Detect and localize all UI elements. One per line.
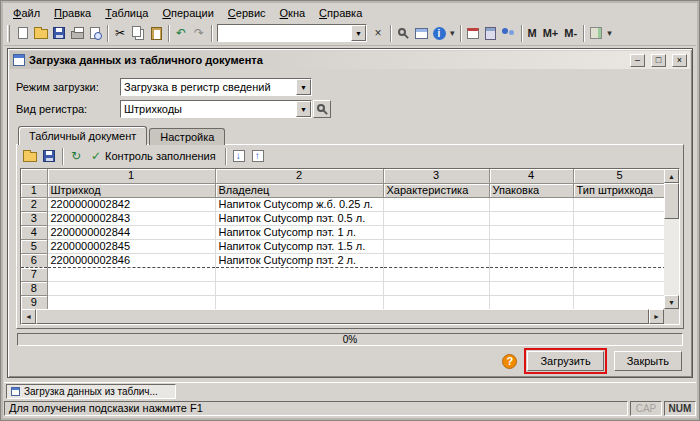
cell[interactable]: Напиток Cutycomp пэт. 1 л.: [215, 225, 383, 239]
cell[interactable]: [489, 253, 573, 267]
memory-minus-button[interactable]: М-: [561, 27, 580, 39]
horizontal-scrollbar[interactable]: ◄ ►: [21, 309, 664, 324]
scroll-up-icon[interactable]: ▲: [664, 169, 679, 183]
cell[interactable]: [489, 211, 573, 225]
close-window-button[interactable]: ×: [672, 54, 687, 67]
cell[interactable]: [215, 267, 383, 281]
cell[interactable]: [489, 239, 573, 253]
cell[interactable]: [573, 295, 666, 309]
menu-item[interactable]: Справка: [312, 6, 369, 20]
cell[interactable]: [489, 281, 573, 295]
clear-icon[interactable]: [369, 25, 387, 42]
cell[interactable]: [383, 211, 489, 225]
open-file-icon[interactable]: [21, 148, 39, 165]
info-icon[interactable]: [430, 25, 448, 42]
row-number[interactable]: 7: [21, 267, 47, 281]
row-number[interactable]: 6: [21, 253, 47, 267]
row-number[interactable]: 9: [21, 295, 47, 309]
menu-item[interactable]: Сервис: [221, 6, 273, 20]
column-header[interactable]: 3: [383, 169, 489, 183]
cell[interactable]: Напиток Cutycomp пэт. 2 л.: [215, 253, 383, 267]
register-select-button[interactable]: [313, 100, 331, 118]
row-number[interactable]: 1: [21, 183, 47, 197]
row-number[interactable]: 4: [21, 225, 47, 239]
column-header[interactable]: 2: [215, 169, 383, 183]
cell[interactable]: [383, 295, 489, 309]
cell[interactable]: [573, 253, 666, 267]
help-button[interactable]: ?: [502, 354, 517, 369]
open-icon[interactable]: [32, 25, 50, 42]
cell[interactable]: [573, 225, 666, 239]
cell[interactable]: [573, 239, 666, 253]
combo-dropdown-arrow-icon[interactable]: ▼: [296, 79, 311, 95]
users-icon[interactable]: [500, 25, 518, 42]
tab-settings[interactable]: Настройка: [149, 128, 225, 145]
cut-icon[interactable]: ✂: [111, 25, 129, 42]
cell[interactable]: 2200000002842: [47, 197, 215, 211]
fill-control-button[interactable]: Контроль заполнения: [86, 147, 221, 165]
search-icon[interactable]: [394, 25, 412, 42]
menu-item[interactable]: Правка: [47, 6, 98, 20]
vertical-scrollbar[interactable]: ▲ ▼: [664, 169, 679, 309]
menu-item[interactable]: Окна: [273, 6, 313, 20]
cell[interactable]: [383, 239, 489, 253]
load-to-table-icon[interactable]: [230, 148, 248, 165]
menu-item[interactable]: Операции: [155, 6, 220, 20]
memory-plus-button[interactable]: М+: [540, 27, 562, 39]
row-number[interactable]: 2: [21, 197, 47, 211]
mode-combo[interactable]: Загрузка в регистр сведений ▼: [120, 78, 312, 96]
menu-item[interactable]: Таблица: [98, 6, 155, 20]
scroll-left-icon[interactable]: ◄: [21, 309, 36, 324]
cell[interactable]: [489, 267, 573, 281]
menu-item[interactable]: Файл: [6, 6, 47, 20]
cell[interactable]: [47, 295, 215, 309]
print-icon[interactable]: [68, 25, 86, 42]
paste-icon[interactable]: [147, 25, 165, 42]
cell[interactable]: Напиток Cutycomp ж.б. 0.25 л.: [215, 197, 383, 211]
redo-icon[interactable]: ↷: [190, 25, 208, 42]
print-preview-icon[interactable]: [86, 25, 104, 42]
cell[interactable]: Напиток Cutycomp пэт. 0.5 л.: [215, 211, 383, 225]
cell[interactable]: [215, 281, 383, 295]
cell[interactable]: Напиток Cutycomp пэт. 1.5 л.: [215, 239, 383, 253]
cell[interactable]: [573, 281, 666, 295]
field-header[interactable]: Тип штрихкода: [573, 183, 666, 197]
row-number[interactable]: 3: [21, 211, 47, 225]
cell[interactable]: [383, 281, 489, 295]
quick-input-combo[interactable]: ▼: [217, 24, 367, 42]
column-header[interactable]: 5: [573, 169, 666, 183]
scroll-down-icon[interactable]: ▼: [664, 295, 679, 309]
cell[interactable]: [383, 253, 489, 267]
cell[interactable]: [573, 267, 666, 281]
horizontal-scroll-thumb[interactable]: [36, 309, 649, 324]
close-button[interactable]: Закрыть: [614, 351, 682, 371]
cell[interactable]: [383, 267, 489, 281]
view-table-icon[interactable]: [412, 25, 430, 42]
row-number[interactable]: 5: [21, 239, 47, 253]
cell[interactable]: 2200000002845: [47, 239, 215, 253]
tab-spreadsheet-document[interactable]: Табличный документ: [18, 126, 147, 145]
cell[interactable]: [489, 295, 573, 309]
maximize-button[interactable]: □: [651, 54, 666, 67]
copy-icon[interactable]: [129, 25, 147, 42]
scroll-right-icon[interactable]: ►: [649, 309, 664, 324]
cell[interactable]: [489, 197, 573, 211]
cell[interactable]: [573, 197, 666, 211]
column-header[interactable]: 1: [47, 169, 215, 183]
new-document-icon[interactable]: [14, 25, 32, 42]
cell[interactable]: [47, 267, 215, 281]
cell[interactable]: [383, 225, 489, 239]
toolbar-overflow-arrow-icon[interactable]: ▾: [605, 28, 614, 38]
save-icon[interactable]: [50, 25, 68, 42]
vertical-scroll-thumb[interactable]: [664, 183, 679, 219]
cell[interactable]: 2200000002846: [47, 253, 215, 267]
field-header[interactable]: Упаковка: [489, 183, 573, 197]
cell[interactable]: [573, 211, 666, 225]
cell[interactable]: 2200000002844: [47, 225, 215, 239]
service-icon[interactable]: [587, 25, 605, 42]
combo-dropdown-arrow-icon[interactable]: ▼: [296, 101, 311, 117]
cell[interactable]: [215, 295, 383, 309]
field-header[interactable]: Владелец: [215, 183, 383, 197]
cell[interactable]: [47, 281, 215, 295]
cell[interactable]: 2200000002843: [47, 211, 215, 225]
